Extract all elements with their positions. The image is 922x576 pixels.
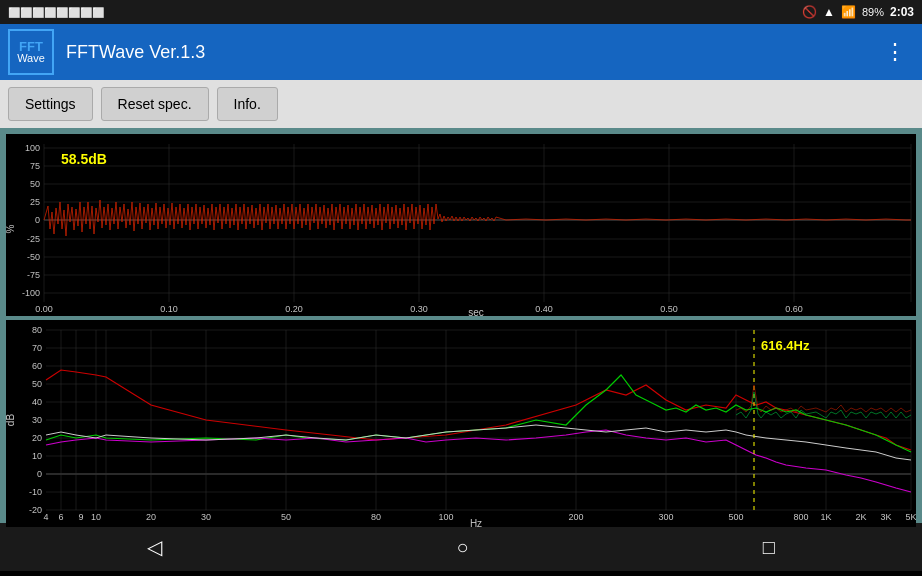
waveform-svg: 100 75 50 25 0 -25 -50 -75 -100 % 0.00 0…: [6, 134, 916, 316]
svg-text:25: 25: [30, 197, 40, 207]
svg-text:100: 100: [438, 512, 453, 522]
app-menu-button[interactable]: ⋮: [876, 31, 914, 73]
svg-text:4: 4: [43, 512, 48, 522]
signal-icon: 📶: [841, 5, 856, 19]
toolbar: Settings Reset spec. Info.: [0, 80, 922, 128]
svg-text:30: 30: [201, 512, 211, 522]
svg-text:0.40: 0.40: [535, 304, 553, 314]
svg-text:sec: sec: [468, 307, 484, 316]
app-title: FFTWave Ver.1.3: [66, 42, 876, 63]
wifi-icon: ▲: [823, 5, 835, 19]
svg-text:0.00: 0.00: [35, 304, 53, 314]
svg-text:30: 30: [32, 415, 42, 425]
svg-text:40: 40: [32, 397, 42, 407]
svg-text:-10: -10: [29, 487, 42, 497]
waveform-chart: 100 75 50 25 0 -25 -50 -75 -100 % 0.00 0…: [6, 134, 916, 316]
svg-text:-75: -75: [27, 270, 40, 280]
battery-percent: 89%: [862, 6, 884, 18]
reset-spec-button[interactable]: Reset spec.: [101, 87, 209, 121]
svg-text:50: 50: [281, 512, 291, 522]
svg-text:2K: 2K: [855, 512, 866, 522]
svg-text:10: 10: [32, 451, 42, 461]
svg-text:9: 9: [78, 512, 83, 522]
svg-text:%: %: [6, 224, 16, 233]
app-bar: FFT Wave FFTWave Ver.1.3 ⋮: [0, 24, 922, 80]
svg-text:616.4Hz: 616.4Hz: [761, 338, 810, 353]
svg-text:-50: -50: [27, 252, 40, 262]
svg-text:dB: dB: [6, 414, 16, 427]
svg-text:20: 20: [32, 433, 42, 443]
status-icons-left: ⬜⬜⬜⬜⬜⬜⬜⬜: [8, 7, 104, 18]
back-button[interactable]: ◁: [107, 527, 202, 567]
svg-text:0.50: 0.50: [660, 304, 678, 314]
svg-text:1K: 1K: [820, 512, 831, 522]
status-bar: ⬜⬜⬜⬜⬜⬜⬜⬜ 🚫 ▲ 📶 89% 2:03: [0, 0, 922, 24]
svg-text:300: 300: [658, 512, 673, 522]
clock: 2:03: [890, 5, 914, 19]
svg-text:6: 6: [58, 512, 63, 522]
svg-text:50: 50: [30, 179, 40, 189]
svg-text:200: 200: [568, 512, 583, 522]
svg-text:80: 80: [371, 512, 381, 522]
svg-text:500: 500: [728, 512, 743, 522]
status-icons-right: 🚫 ▲ 📶 89% 2:03: [802, 5, 914, 19]
svg-text:-25: -25: [27, 234, 40, 244]
svg-text:0: 0: [37, 469, 42, 479]
svg-text:-20: -20: [29, 505, 42, 515]
svg-text:0.10: 0.10: [160, 304, 178, 314]
fft-svg: 80 70 60 50 40 30 20 10 0 -10 -20 dB 4 6…: [6, 320, 916, 527]
svg-text:Hz: Hz: [470, 518, 482, 527]
svg-text:0.30: 0.30: [410, 304, 428, 314]
svg-text:80: 80: [32, 325, 42, 335]
svg-text:-100: -100: [22, 288, 40, 298]
svg-text:800: 800: [793, 512, 808, 522]
svg-text:5K: 5K: [905, 512, 916, 522]
logo-bottom: Wave: [17, 53, 45, 64]
svg-text:0: 0: [35, 215, 40, 225]
svg-text:70: 70: [32, 343, 42, 353]
charts-wrapper: 100 75 50 25 0 -25 -50 -75 -100 % 0.00 0…: [0, 128, 922, 523]
svg-text:20: 20: [146, 512, 156, 522]
svg-text:50: 50: [32, 379, 42, 389]
settings-button[interactable]: Settings: [8, 87, 93, 121]
info-button[interactable]: Info.: [217, 87, 278, 121]
svg-text:10: 10: [91, 512, 101, 522]
fft-chart: 80 70 60 50 40 30 20 10 0 -10 -20 dB 4 6…: [6, 320, 916, 527]
svg-text:100: 100: [25, 143, 40, 153]
navigation-bar: ◁ ○ □: [0, 523, 922, 571]
recent-button[interactable]: □: [723, 528, 815, 567]
svg-text:58.5dB: 58.5dB: [61, 151, 107, 167]
svg-text:0.20: 0.20: [285, 304, 303, 314]
app-logo: FFT Wave: [8, 29, 54, 75]
no-sim-icon: 🚫: [802, 5, 817, 19]
svg-text:3K: 3K: [880, 512, 891, 522]
svg-text:75: 75: [30, 161, 40, 171]
svg-text:60: 60: [32, 361, 42, 371]
svg-text:0.60: 0.60: [785, 304, 803, 314]
home-button[interactable]: ○: [416, 528, 508, 567]
